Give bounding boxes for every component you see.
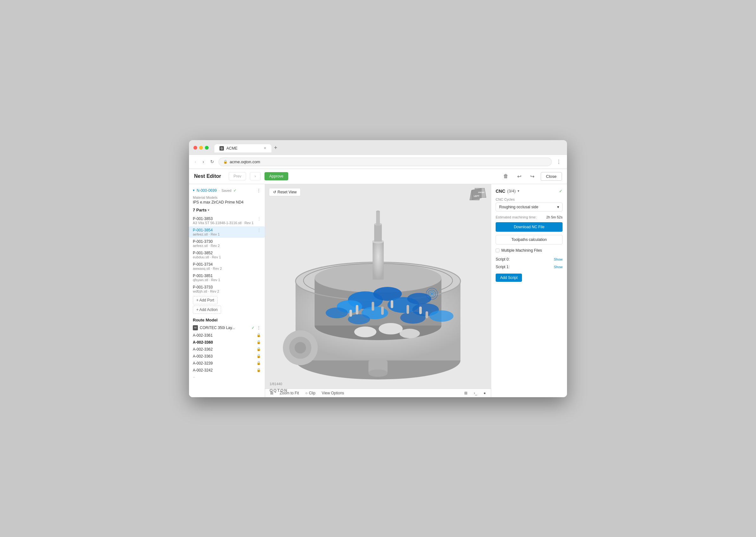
lock-icon: 🔒 xyxy=(257,347,261,351)
add-port-button[interactable]: + Add Port xyxy=(193,296,218,304)
next-button[interactable]: › xyxy=(250,172,261,180)
cnc-title: CNC xyxy=(496,188,505,194)
svg-point-21 xyxy=(376,211,380,212)
reload-button[interactable]: ↻ xyxy=(208,158,216,165)
main-layout: ▾ N-000-0699 · Saved ✓ ⋮ Material Models… xyxy=(189,184,567,397)
reset-view-button[interactable]: ↺ Reset View xyxy=(269,188,301,196)
settings-dot[interactable]: ● xyxy=(483,391,486,395)
machine-item[interactable]: M CORiTEC 350i Lay... ✓ ⋮ xyxy=(189,324,265,332)
part-more-button[interactable]: ⋮ xyxy=(257,228,261,232)
page-title: Nest Editor xyxy=(194,173,221,179)
browser-titlebar: Q ACME ✕ + xyxy=(189,140,567,155)
close-traffic-light[interactable] xyxy=(193,146,197,149)
tab-close-button[interactable]: ✕ xyxy=(264,146,266,150)
estimated-label: Estimated machining time: xyxy=(496,215,536,219)
part-id: P-001-3852 xyxy=(193,251,213,255)
cnc-cycles-dropdown[interactable]: Roughing occlusal side ▾ xyxy=(496,203,563,211)
cnc-expand-icon[interactable]: ▾ xyxy=(518,189,520,193)
nest-more-button[interactable]: ⋮ xyxy=(257,188,261,193)
redo-button[interactable]: ↪ xyxy=(528,172,537,181)
reset-icon: ↺ xyxy=(273,190,276,194)
svg-point-52 xyxy=(368,369,388,377)
parts-list: P-001-3853 ⋮ A3 Vita ST 56-11848-1-3116.… xyxy=(189,215,265,295)
machine-more-button[interactable]: ⋮ xyxy=(257,325,261,330)
assembly-id: A-002-3242 xyxy=(193,368,255,372)
browser-navbar: ‹ › ↻ 🔒 acme.oqton.com ⋮ xyxy=(189,155,567,169)
maximize-traffic-light[interactable] xyxy=(205,146,209,149)
svg-point-35 xyxy=(399,329,420,338)
parts-arrow-icon: ▾ xyxy=(208,208,209,212)
script1-label: Script 1: xyxy=(496,265,510,269)
assembly-item[interactable]: A-002-3361 🔒 xyxy=(189,332,265,339)
forward-button[interactable]: › xyxy=(201,158,206,165)
part-item[interactable]: P-001-3734 awwasq.stl · Rev 2 xyxy=(189,261,265,272)
part-filename: aefeez.stl · Rev 1 xyxy=(193,232,261,236)
browser-menu-button[interactable]: ⋮ xyxy=(554,157,563,166)
svg-rect-43 xyxy=(426,311,428,318)
add-script-button[interactable]: Add Script xyxy=(496,273,522,282)
svg-point-32 xyxy=(400,311,426,324)
part-item[interactable]: P-001-3852 eubduu.stl · Rev 1 xyxy=(189,249,265,261)
app-container: Nest Editor Prev › Approve 🗑 ↩ ↪ Close ▾… xyxy=(189,169,567,397)
part-item[interactable]: P-001-3733 wdfzjh.stl · Rev 2 xyxy=(189,283,265,295)
part-filename: qfsywn.stl · Rev 1 xyxy=(193,278,261,282)
expand-right-icon[interactable]: ⊞ xyxy=(464,391,467,395)
tab-title: ACME xyxy=(227,146,237,150)
lock-icon: 🔒 xyxy=(257,354,261,358)
address-bar[interactable]: 🔒 acme.oqton.com xyxy=(219,157,552,166)
part-item[interactable]: P-001-3853 ⋮ A3 Vita ST 56-11848-1-3116.… xyxy=(189,215,265,226)
part-more-button[interactable]: ⋮ xyxy=(257,217,261,221)
add-action-button[interactable]: + Add Action xyxy=(193,306,221,314)
3d-viewport[interactable] xyxy=(265,184,491,397)
new-tab-button[interactable]: + xyxy=(272,143,280,152)
minimize-traffic-light[interactable] xyxy=(199,146,203,149)
prev-button[interactable]: Prev xyxy=(229,172,246,180)
undo-button[interactable]: ↩ xyxy=(515,172,524,181)
terminal-icon[interactable]: ›_ xyxy=(474,391,477,395)
download-nc-file-button[interactable]: Download NC File xyxy=(496,222,563,232)
assembly-id: A-002-3361 xyxy=(193,333,255,338)
disc-3d-svg xyxy=(267,192,489,389)
assembly-id: A-002-3363 xyxy=(193,354,255,358)
material-label: Material Models xyxy=(193,196,261,199)
svg-rect-36 xyxy=(356,305,358,314)
script1-show-link[interactable]: Show xyxy=(554,265,563,269)
part-item[interactable]: P-001-3730 aefeez.stl · Rev 2 xyxy=(189,238,265,249)
machine-name: CORiTEC 350i Lay... xyxy=(200,326,250,330)
part-item-selected[interactable]: P-001-3854 ⋮ aefeez.stl · Rev 1 xyxy=(189,226,265,238)
viewer-toolbar: ↺ Reset View xyxy=(269,188,301,196)
part-id: P-001-3733 xyxy=(193,285,213,289)
url-text: acme.oqton.com xyxy=(230,159,260,164)
security-icon: 🔒 xyxy=(223,160,228,164)
view-options-button[interactable]: View Options xyxy=(322,391,344,395)
assembly-item[interactable]: A-002-3360 🔒 xyxy=(189,339,265,346)
toolpaths-calculation-button[interactable]: Toolpaths calculation xyxy=(496,235,563,244)
close-button[interactable]: Close xyxy=(541,172,562,181)
back-button[interactable]: ‹ xyxy=(193,158,198,165)
delete-button[interactable]: 🗑 xyxy=(501,172,511,180)
multiple-files-checkbox[interactable] xyxy=(496,249,499,252)
assembly-item[interactable]: A-002-3362 🔒 xyxy=(189,346,265,353)
traffic-lights xyxy=(193,146,209,149)
assembly-item[interactable]: A-002-3242 🔒 xyxy=(189,367,265,374)
nest-section: ▾ N-000-0699 · Saved ✓ ⋮ Material Models… xyxy=(189,188,265,212)
cnc-check-icon: ✓ xyxy=(559,188,563,193)
assembly-item[interactable]: A-002-3363 🔒 xyxy=(189,353,265,360)
part-id: P-001-3851 xyxy=(193,273,213,278)
assembly-item[interactable]: A-002-3239 🔒 xyxy=(189,360,265,367)
part-filename: awwasq.stl · Rev 2 xyxy=(193,267,261,270)
sidebar: ▾ N-000-0699 · Saved ✓ ⋮ Material Models… xyxy=(189,184,265,397)
svg-point-26 xyxy=(407,293,431,304)
lock-icon: 🔒 xyxy=(257,340,261,344)
script0-show-link[interactable]: Show xyxy=(554,257,563,261)
svg-rect-37 xyxy=(372,302,374,311)
approve-button[interactable]: Approve xyxy=(265,172,288,180)
nest-id[interactable]: N-000-0699 xyxy=(197,188,217,193)
script1-row: Script 1: Show xyxy=(496,265,563,269)
part-item[interactable]: P-001-3851 qfsywn.stl · Rev 1 xyxy=(189,272,265,283)
viewer-area: ↺ Reset View LEFT FRONT xyxy=(265,184,491,397)
viewer-footer: ⊞ Zoom to Fit ○ Clip View Options ⊞ ›_ ● xyxy=(265,389,491,397)
clip-button[interactable]: ○ Clip xyxy=(305,391,315,395)
active-tab[interactable]: Q ACME ✕ xyxy=(214,144,272,152)
saved-badge: · xyxy=(219,188,220,192)
